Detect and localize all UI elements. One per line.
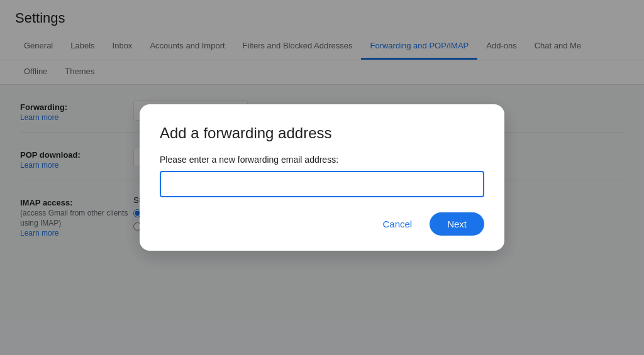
forwarding-email-input[interactable] [160, 171, 484, 197]
modal-overlay: Add a forwarding address Please enter a … [0, 0, 644, 355]
modal-title: Add a forwarding address [160, 124, 484, 142]
cancel-button[interactable]: Cancel [370, 212, 425, 236]
modal-actions: Cancel Next [160, 212, 484, 236]
next-button[interactable]: Next [430, 212, 484, 236]
modal-label: Please enter a new forwarding email addr… [160, 155, 484, 165]
add-forwarding-modal: Add a forwarding address Please enter a … [140, 104, 504, 251]
